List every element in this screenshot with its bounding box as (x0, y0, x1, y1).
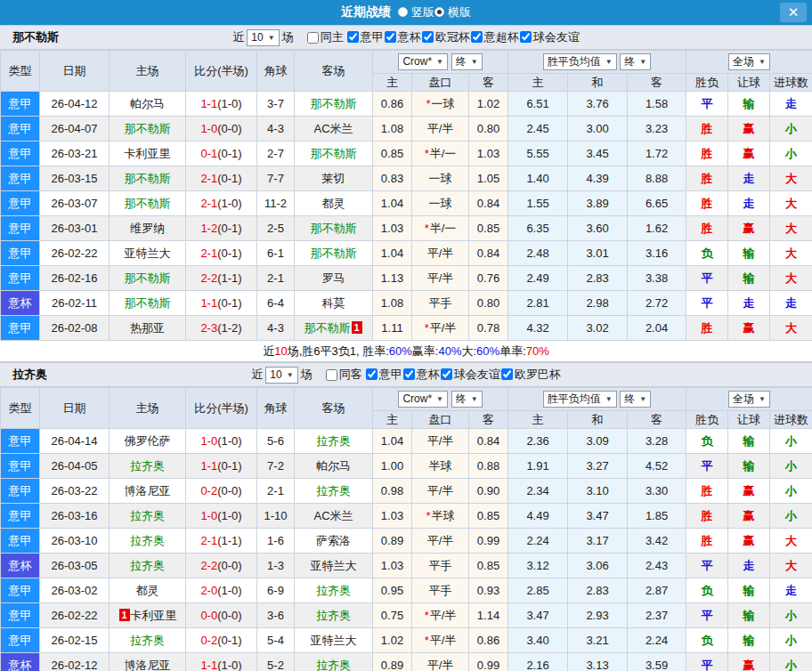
league-checkbox[interactable] (471, 31, 483, 43)
league-filter[interactable]: 意甲 (365, 367, 402, 383)
scope-select[interactable]: 全场▼ (728, 391, 770, 408)
same-venue-filter[interactable]: 同客 (325, 367, 362, 383)
league-filter[interactable]: 欧罗巴杯 (500, 367, 561, 383)
fulltime-score: 1-2 (200, 222, 217, 235)
radio-icon[interactable] (398, 7, 408, 17)
league-checkbox[interactable] (403, 368, 415, 380)
match-row: 意甲26-04-14佛罗伦萨1-0(1-0)5-6拉齐奥1.04平/半0.842… (1, 429, 812, 454)
result-group-header: 全场▼ (686, 51, 812, 74)
result-wdl-cell: 胜 (686, 529, 728, 554)
league-checkbox[interactable] (520, 31, 532, 43)
summary-part: 大: (461, 344, 476, 360)
date-cell: 26-04-05 (40, 454, 110, 479)
fulltime-score: 2-1 (200, 172, 217, 185)
filter-controls: 近 10▼ 场 同客 意甲意杯球会友谊欧罗巴杯 (251, 367, 560, 384)
same-venue-filter[interactable]: 同主 (306, 29, 344, 45)
odds-source-select[interactable]: Crow*▼ (398, 391, 448, 408)
league-filter[interactable]: 球会友谊 (519, 29, 580, 45)
close-button[interactable]: ✕ (780, 3, 807, 22)
match-count-select[interactable]: 10▼ (247, 29, 279, 46)
league-label: 意甲 (361, 29, 384, 45)
avg-away-cell: 1.85 (628, 504, 686, 529)
league-filter[interactable]: 欧冠杯 (421, 29, 470, 45)
layout-radio-option[interactable]: 竖版 (398, 4, 434, 20)
league-checkbox[interactable] (347, 31, 359, 43)
league-checkbox[interactable] (501, 368, 513, 380)
avg-away-cell: 2.43 (628, 554, 686, 578)
avg-home-cell: 2.36 (508, 429, 568, 454)
match-count-select[interactable]: 10▼ (265, 367, 297, 384)
league-filter[interactable]: 意甲 (346, 29, 384, 45)
match-count-value: 10 (270, 368, 281, 381)
match-type-cell: 意甲 (1, 454, 40, 479)
chevron-down-icon: ▼ (639, 395, 646, 403)
layout-radio-option[interactable]: 横版 (434, 4, 471, 20)
odds-source-select[interactable]: Crow*▼ (398, 53, 448, 70)
odds-final-select[interactable]: 终▼ (451, 53, 483, 70)
avg-draw-cell: 3.21 (568, 628, 628, 653)
home-team-name: 那不勒斯 (125, 197, 171, 210)
league-label: 欧冠杯 (435, 29, 470, 45)
fulltime-score: 1-1 (200, 659, 217, 671)
home-team-name: 卡利亚里 (131, 609, 177, 622)
match-row: 意甲26-03-16拉齐奥1-0(1-0)1-10AC米兰1.03*半球0.85… (1, 504, 812, 529)
sub-column-header: 主 (373, 411, 412, 429)
avg-source-select[interactable]: 胜平负均值▼ (543, 53, 617, 70)
games-label: 场 (282, 29, 294, 45)
score-cell: 1-1(1-0) (186, 653, 257, 671)
league-checkbox[interactable] (366, 368, 378, 380)
league-checkbox[interactable] (422, 31, 434, 43)
league-filter[interactable]: 意超杯 (470, 29, 519, 45)
handicap-star: * (425, 321, 429, 335)
away-odds-cell: 0.85 (469, 554, 508, 578)
halftime-score: (0-0) (217, 559, 241, 572)
same-venue-checkbox[interactable] (307, 32, 319, 44)
away-team-name: 科莫 (322, 296, 345, 310)
away-team-cell: 罗马 (295, 266, 373, 291)
away-odds-cell: 1.03 (469, 141, 508, 166)
avg-home-cell: 2.16 (508, 653, 568, 671)
result-goals-cell: 走 (770, 578, 812, 603)
league-checkbox[interactable] (441, 368, 452, 380)
match-row: 意甲26-03-01维罗纳1-2(0-1)2-5那不勒斯1.03*半/一0.85… (1, 216, 812, 241)
chevron-down-icon: ▼ (605, 395, 613, 403)
result-goals-cell: 大 (770, 191, 812, 216)
same-venue-checkbox[interactable] (326, 369, 337, 381)
avg-draw-cell: 4.39 (568, 166, 628, 191)
away-team-cell: 拉齐奥 (295, 479, 373, 504)
away-team-name: 都灵 (322, 197, 345, 210)
result-goals-cell: 小 (770, 504, 812, 529)
avg-source-select[interactable]: 胜平负均值▼ (543, 391, 617, 408)
league-label: 球会友谊 (533, 29, 580, 45)
league-filter[interactable]: 意杯 (402, 367, 440, 383)
handicap-label: 一球 (429, 172, 452, 185)
sub-column-header: 盘口 (412, 411, 469, 429)
handicap-star: * (426, 97, 430, 110)
handicap-label: 半球 (432, 509, 455, 522)
away-team-cell: 那不勒斯 (295, 241, 373, 266)
match-type-cell: 意甲 (1, 504, 40, 529)
date-cell: 26-04-12 (40, 92, 110, 117)
match-type-cell: 意甲 (1, 191, 40, 216)
corner-cell: 11-2 (257, 191, 295, 216)
halftime-score: (1-0) (217, 584, 241, 597)
odds-final-select[interactable]: 终▼ (451, 391, 483, 408)
handicap-cell: 平/半 (412, 266, 469, 291)
away-team-name: 帕尔马 (316, 459, 351, 473)
league-filter[interactable]: 意杯 (384, 29, 421, 45)
home-team-name: 那不勒斯 (125, 172, 171, 185)
sub-column-header: 客 (628, 411, 686, 429)
rank-badge: 1 (119, 609, 130, 621)
halftime-score: (0-1) (217, 459, 241, 473)
avg-final-select[interactable]: 终▼ (620, 53, 651, 70)
league-checkbox[interactable] (385, 31, 396, 43)
sub-column-header: 和 (568, 74, 628, 92)
score-cell: 1-1(1-0) (186, 92, 257, 117)
match-row: 意甲26-03-10拉齐奥2-1(1-1)1-6萨索洛0.89平/半0.992.… (1, 529, 812, 554)
match-type-cell: 意甲 (1, 628, 40, 653)
league-filter[interactable]: 球会友谊 (440, 367, 500, 383)
home-team-cell: 帕尔马 (110, 92, 186, 117)
avg-final-select[interactable]: 终▼ (620, 391, 651, 408)
scope-select[interactable]: 全场▼ (728, 53, 770, 70)
radio-icon[interactable] (434, 7, 444, 17)
